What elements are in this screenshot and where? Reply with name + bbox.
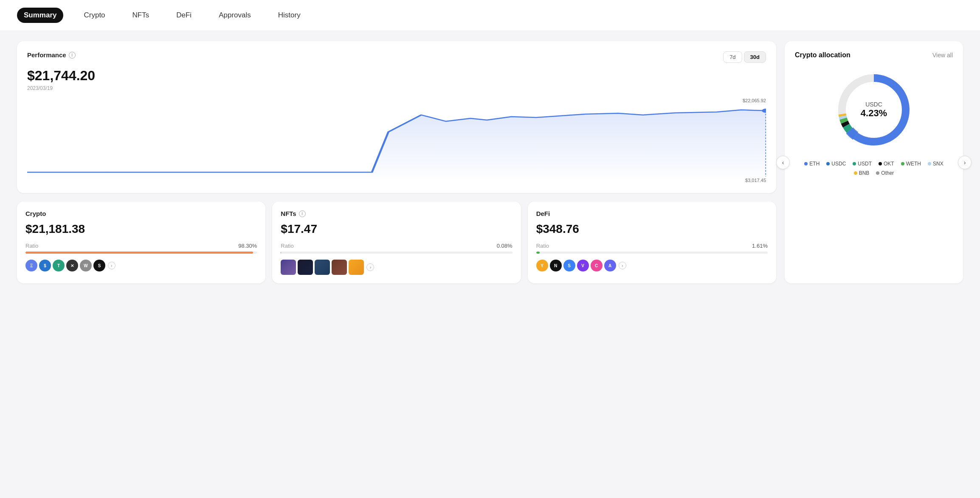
defi-token-4: V (577, 260, 589, 271)
donut-percent: 4.23% (861, 108, 887, 119)
defi-chevron[interactable]: › (619, 262, 626, 269)
nft-thumb-4 (332, 260, 347, 275)
defi-ratio-value: 1.61% (752, 243, 768, 249)
defi-token-2: N (550, 260, 562, 271)
token-snx: S (93, 260, 105, 271)
legend-dot-okt (879, 162, 882, 165)
legend-dot-other (876, 171, 879, 175)
view-all-button[interactable]: View all (932, 52, 953, 59)
nav-item-defi[interactable]: DeFi (169, 8, 198, 23)
donut-label: USDC (861, 101, 887, 108)
nfts-info-icon[interactable]: i (299, 210, 306, 217)
crypto-ratio-label: Ratio (25, 243, 38, 249)
crypto-card-value: $21,181.38 (25, 222, 257, 236)
token-usdc: $ (39, 260, 51, 271)
defi-token-3: S (563, 260, 575, 271)
defi-ratio-label: Ratio (536, 243, 549, 249)
legend-usdt: USDT (853, 161, 872, 167)
legend-label-bnb: BNB (859, 170, 870, 176)
nav-item-approvals[interactable]: Approvals (212, 8, 258, 23)
allocation-legend: ETH USDC USDT OKT WETH SNX (795, 161, 953, 176)
crypto-ratio-row: Ratio 98.30% (25, 243, 257, 249)
nft-thumb-1 (281, 260, 296, 275)
legend-label-okt: OKT (884, 161, 894, 167)
nfts-chevron[interactable]: › (366, 263, 374, 271)
nft-thumb-5 (349, 260, 364, 275)
crypto-chevron[interactable]: › (108, 262, 115, 269)
nft-thumb-3 (315, 260, 330, 275)
nfts-progress-bar (281, 252, 512, 254)
crypto-ratio-value: 98.30% (238, 243, 257, 249)
nfts-title-text: NFTs (281, 210, 296, 217)
legend-label-usdt: USDT (858, 161, 872, 167)
bottom-cards: Crypto $21,181.38 Ratio 98.30% Ξ $ T ✕ W… (17, 201, 776, 283)
token-usdt: T (53, 260, 65, 271)
token-weth: W (80, 260, 92, 271)
legend-weth: WETH (901, 161, 921, 167)
legend-dot-bnb (854, 171, 857, 175)
allocation-prev-arrow[interactable]: ‹ (776, 156, 790, 169)
crypto-token-row: Ξ $ T ✕ W S › (25, 260, 257, 271)
legend-label-other: Other (881, 170, 894, 176)
nfts-ratio-label: Ratio (281, 243, 293, 249)
performance-card: Performance i 7d 30d $21,744.20 2023/03/… (17, 41, 776, 193)
nfts-ratio-value: 0.08% (497, 243, 513, 249)
performance-value: $21,744.20 (27, 68, 766, 84)
defi-token-1: Y (536, 260, 548, 271)
performance-chart: $22,065.92 $3,017.45 (27, 98, 766, 183)
nfts-thumbnail-row: › (281, 260, 512, 275)
legend-label-eth: ETH (809, 161, 819, 167)
allocation-card: ‹ › Crypto allocation View all (785, 41, 963, 283)
defi-ratio-row: Ratio 1.61% (536, 243, 768, 249)
chart-svg (27, 98, 766, 179)
nav-item-summary[interactable]: Summary (17, 8, 63, 23)
chart-high-label: $22,065.92 (743, 98, 766, 103)
time-btn-7d[interactable]: 7d (723, 51, 742, 63)
legend-bnb: BNB (854, 170, 870, 176)
allocation-next-arrow[interactable]: › (958, 156, 972, 169)
legend-other: Other (876, 170, 894, 176)
donut-chart-wrapper: USDC 4.23% (795, 67, 953, 152)
performance-date: 2023/03/19 (27, 85, 766, 91)
legend-dot-usdc (826, 162, 830, 165)
crypto-progress-bar (25, 252, 257, 254)
chart-low-label: $3,017.45 (745, 178, 766, 183)
nav-item-history[interactable]: History (271, 8, 307, 23)
defi-progress-bar (536, 252, 768, 254)
crypto-progress-fill (25, 252, 253, 254)
legend-usdc: USDC (826, 161, 846, 167)
performance-info-icon[interactable]: i (69, 52, 76, 59)
performance-header: Performance i 7d 30d (27, 51, 766, 63)
legend-label-snx: SNX (933, 161, 943, 167)
time-btn-30d[interactable]: 30d (744, 51, 766, 63)
nav-item-nfts[interactable]: NFTs (126, 8, 156, 23)
legend-dot-snx (928, 162, 931, 165)
token-okt: ✕ (66, 260, 78, 271)
main-content: Performance i 7d 30d $21,744.20 2023/03/… (0, 31, 980, 294)
defi-card-title: DeFi (536, 210, 768, 217)
legend-eth: ETH (804, 161, 819, 167)
allocation-header: Crypto allocation View all (795, 51, 953, 59)
legend-dot-eth (804, 162, 808, 165)
nft-thumb-2 (298, 260, 313, 275)
time-buttons: 7d 30d (723, 51, 766, 63)
legend-okt: OKT (879, 161, 894, 167)
legend-dot-weth (901, 162, 904, 165)
nav-item-crypto[interactable]: Crypto (77, 8, 112, 23)
defi-progress-fill (536, 252, 540, 254)
performance-title: Performance i (27, 51, 76, 59)
donut-center: USDC 4.23% (861, 101, 887, 119)
defi-token-6: A (604, 260, 616, 271)
defi-token-5: C (591, 260, 603, 271)
legend-dot-usdt (853, 162, 856, 165)
token-eth: Ξ (25, 260, 37, 271)
nfts-ratio-row: Ratio 0.08% (281, 243, 512, 249)
crypto-card: Crypto $21,181.38 Ratio 98.30% Ξ $ T ✕ W… (17, 201, 265, 283)
crypto-card-title: Crypto (25, 210, 257, 217)
legend-label-usdc: USDC (831, 161, 846, 167)
legend-label-weth: WETH (906, 161, 921, 167)
nfts-card: NFTs i $17.47 Ratio 0.08% › (272, 201, 521, 283)
navigation: Summary Crypto NFTs DeFi Approvals Histo… (0, 0, 980, 31)
defi-token-row: Y N S V C A › (536, 260, 768, 271)
legend-snx: SNX (928, 161, 943, 167)
